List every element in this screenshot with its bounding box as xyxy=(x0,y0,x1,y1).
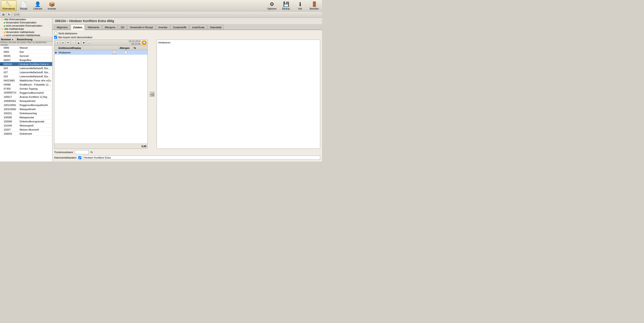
edit-button[interactable]: ✏ xyxy=(66,40,70,45)
inventar-icon: 📦 xyxy=(49,1,55,7)
toolbar-beenden-button[interactable]: 🚪 Beenden xyxy=(308,0,321,11)
rohmaterial-icon: 🥄 xyxy=(6,1,12,7)
middle-arrow-panel: ◁ xyxy=(150,39,155,149)
toolbar-lieferant-button[interactable]: 👤 Lieferant xyxy=(31,0,45,11)
tree-item-alle-halbfabrikate[interactable]: 📁 Alle Halbfabrikate xyxy=(0,27,52,30)
list-item[interactable]: 00057 BurgerBox xyxy=(0,58,52,62)
toolbar-backup-button[interactable]: 💾 Backup xyxy=(279,0,293,11)
record-counter: [134] xyxy=(12,13,21,16)
list-item[interactable]: 101040 Weizengrieß xyxy=(0,123,52,128)
tab-smartscale[interactable]: smartScale xyxy=(190,24,207,29)
tree-item-nichtverwendete-roh[interactable]: ■ nicht-verwendete Rohmaterialien xyxy=(0,24,52,27)
toolbar-optionen-button[interactable]: ⚙ Optionen xyxy=(265,0,279,11)
toolbar-inventar-button[interactable]: 📦 Inventar xyxy=(45,0,59,11)
allergen-checkbox[interactable] xyxy=(124,51,127,54)
toolbar-rohmaterial-button[interactable]: 🥄 Rohmaterial xyxy=(1,0,16,11)
filter-row[interactable]: Klicken Sie hier um einen Filter zu best… xyxy=(0,42,52,46)
orange-dot-icon: ■ xyxy=(4,31,5,33)
tab-allgemein[interactable]: Allgemein xyxy=(54,24,70,29)
trockensubstanz-input[interactable] xyxy=(75,150,88,154)
list-item[interactable]: 100585 Maisgranulat xyxy=(0,115,52,119)
sort-button[interactable]: ↕ xyxy=(87,40,91,45)
tab-nahrwerte[interactable]: Nährwerte xyxy=(85,24,102,29)
zutaten-toolbar: + ≡ ✏ − ▲ ▼ ↕ 05.03.2024 09:24:38 💬 xyxy=(54,40,147,46)
secondary-toolbar: ⊞ ↻ [134] xyxy=(0,11,322,18)
sort-asc-icon: ▲ xyxy=(12,38,14,40)
list-item[interactable]: 100017 Ananas-Konfitüre 12,5kg xyxy=(0,95,52,99)
edit-entitlement-button[interactable]: ... xyxy=(112,51,116,54)
main-toolbar: 🥄 Rohmaterial 📄 Rezept 👤 Lieferant 📦 Inv… xyxy=(0,0,322,11)
green-dot2-icon: ■ xyxy=(4,24,5,27)
arrow-down-button[interactable]: ▼ xyxy=(82,40,86,45)
orange-dot2-icon: ■ xyxy=(4,34,5,37)
list-item[interactable]: 020 Lebensmittelfarbstoff, flüssig Grün xyxy=(0,66,52,70)
right-panel: 006104 – Himbeer Konfitüre Extra 450g Al… xyxy=(52,18,322,161)
list-item[interactable]: 07300 Schoko-Topping xyxy=(0,87,52,91)
list-item-selected[interactable]: ▶ 006104 Himbeer Konfitüre Extra 450g xyxy=(0,62,52,66)
list-item[interactable]: 100143581 Roggenvollkornquellmehl xyxy=(0,103,52,107)
bottom-row: Trockensubstanz % xyxy=(54,150,320,154)
list-item[interactable]: 0002 Eier xyxy=(0,50,52,54)
tab-inventar[interactable]: Inventar xyxy=(156,24,170,29)
tree-item-alle-rohmaterialien[interactable]: 📁 Alle Rohmaterialien xyxy=(0,18,52,21)
col-header-allergen: Allergen xyxy=(119,46,133,50)
list-item[interactable]: 027 Lebensmittelfarbstoff, flüssig Früch… xyxy=(0,70,52,74)
list-item[interactable]: 10207 Weizen-Musmehl xyxy=(0,128,52,132)
refresh-button[interactable]: ↻ xyxy=(6,12,12,17)
tab-zutaten[interactable]: Zutaten xyxy=(70,24,85,30)
tab-zusatzstoffe[interactable]: Zusatzstoffe xyxy=(170,24,189,29)
list-item[interactable]: 100251 Dinkelsauerteig xyxy=(0,111,52,115)
tab-qs[interactable]: QS xyxy=(118,24,127,29)
list-item[interactable]: 106003 Dinkelmehl xyxy=(0,132,52,136)
nicht-deklarieren-checkbox[interactable] xyxy=(54,32,57,35)
arrow-up-button[interactable]: ▲ xyxy=(76,40,81,45)
list-item[interactable]: 04023983 Waldfrüchte Püree oKe mZu xyxy=(0,78,52,83)
toolbar-info-button[interactable]: ℹ Info xyxy=(293,0,307,11)
list-item[interactable]: 0000 Wasser xyxy=(0,46,52,50)
total-row: 0,00 xyxy=(54,144,147,149)
tree-item-verwendete-halb[interactable]: ■ Verwendete Halbfabrikate xyxy=(0,30,52,34)
klammerdeklaration-label: Klammerdeklaration xyxy=(54,156,76,159)
zutaten-right-panel: Himbeeren xyxy=(157,39,320,149)
entitlement-cell: Himbeeren xyxy=(58,51,111,54)
trockensubstanz-label: Trockensubstanz xyxy=(54,151,73,154)
list-item[interactable]: 100083581 Reisquellmehl xyxy=(0,99,52,103)
klammerdeklaration-checkbox[interactable] xyxy=(78,156,81,159)
list-item[interactable]: 00045 Semmel xyxy=(0,54,52,58)
list-item[interactable]: 100589 Dinkelvollkorngranulat xyxy=(0,119,52,123)
entitlement-edit-cell: ... xyxy=(111,51,119,54)
folder2-icon: 📁 xyxy=(1,28,4,30)
transfer-left-button[interactable]: ◁ xyxy=(150,92,154,97)
list-item[interactable]: 029 Lebensmittelfarbstoff, flüssig Sonne… xyxy=(0,74,52,78)
zutaten-table-panel: + ≡ ✏ − ▲ ▼ ↕ 05.03.2024 09:24:38 💬 xyxy=(54,39,148,149)
tab-datenblatt[interactable]: Datenblatt xyxy=(208,24,224,29)
list-item[interactable]: 100153582 Maisquellmehl xyxy=(0,107,52,111)
klammerdeklaration-input[interactable] xyxy=(83,156,320,160)
toggle-tree-button[interactable]: ⊞ xyxy=(1,12,6,17)
trockensubstanz-unit: % xyxy=(90,151,93,154)
zutaten-right-text: Himbeeren xyxy=(158,41,170,44)
list-item[interactable]: 1000000714 Roggenvollkornmehl2 xyxy=(0,91,52,95)
add-row-button[interactable]: + xyxy=(55,40,60,45)
bei-import-checkbox[interactable] xyxy=(54,36,57,39)
tree-item-verwendete-roh[interactable]: ■ Verwendete Rohmaterialien xyxy=(0,21,52,24)
select-button[interactable]: ≡ xyxy=(60,40,65,45)
list-item[interactable]: 04088 Rindfleisch - Frikadelle 125 g xyxy=(0,83,52,87)
minus-button[interactable]: − xyxy=(71,40,76,45)
tree-item-nichtverwendete-halb[interactable]: ■ nicht-verwendete Halbfabrikate xyxy=(0,34,52,37)
zutaten-row[interactable]: ▶ Himbeeren ... xyxy=(54,50,147,55)
chat-button[interactable]: 💬 xyxy=(142,40,146,45)
tab-verwendet-in-rezept[interactable]: Verwendet in Rezept xyxy=(127,24,156,29)
optionen-icon: ⚙ xyxy=(270,1,274,7)
zutaten-layout: + ≡ ✏ − ▲ ▼ ↕ 05.03.2024 09:24:38 💬 xyxy=(54,39,320,149)
list-section: Nummer ▲ Bezeichnung Klicken Sie hier um… xyxy=(0,37,52,161)
col-header-entitlement: EntitlementDisplay xyxy=(58,46,119,50)
toolbar-rezept-button[interactable]: 📄 Rezept xyxy=(17,0,30,11)
zutaten-table-body: ▶ Himbeeren ... xyxy=(54,50,147,144)
nicht-deklarieren-row: Nicht deklarieren xyxy=(54,32,320,35)
tab-allergene[interactable]: Allergene xyxy=(102,24,118,29)
record-title: 006104 – Himbeer Konfitüre Extra 450g xyxy=(52,18,322,24)
allergen-cell xyxy=(119,51,133,54)
folder-icon: 📁 xyxy=(1,18,4,21)
tabs-bar: Allgemein Zutaten Nährwerte Allergene QS… xyxy=(52,24,322,30)
